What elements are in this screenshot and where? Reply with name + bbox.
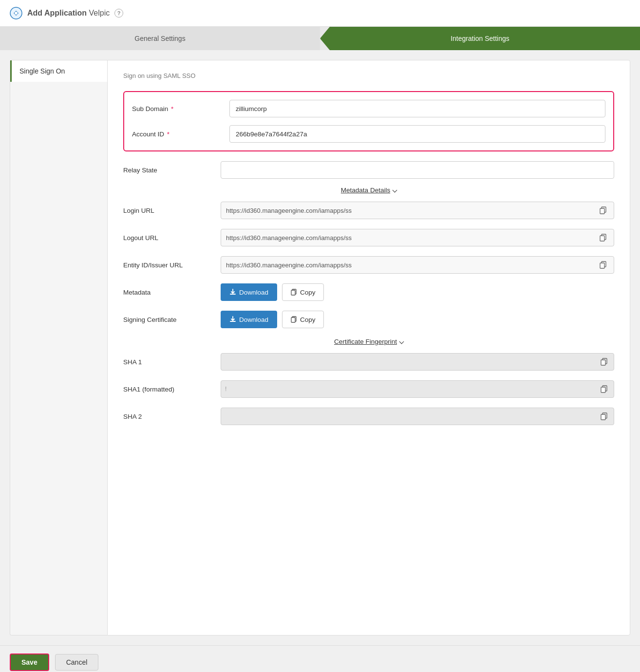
svg-rect-15	[601, 387, 605, 392]
signing-cert-label: Signing Certificate	[123, 316, 221, 323]
app-header: Add Application Velpic ?	[0, 0, 640, 27]
metadata-copy-button[interactable]: Copy	[282, 283, 324, 301]
signing-cert-copy-button[interactable]: Copy	[282, 311, 324, 328]
sha1-formatted-row: SHA1 (formatted) !	[123, 380, 614, 398]
logout-url-row: Logout URL	[123, 229, 614, 246]
relay-state-row: Relay State	[123, 161, 614, 179]
entity-id-input[interactable]	[226, 261, 597, 269]
copy-icon	[599, 206, 607, 214]
metadata-buttons-row: Metadata Download Copy	[123, 283, 614, 301]
app-logo	[10, 7, 22, 19]
chevron-down-icon	[399, 339, 404, 344]
chevron-down-icon	[393, 188, 397, 193]
logout-url-label: Logout URL	[123, 234, 221, 242]
step-integration-settings[interactable]: Integration Settings	[320, 27, 640, 50]
account-id-row: Account ID *	[132, 125, 605, 143]
main-content: Single Sign On Sign on using SAML SSO Su…	[0, 50, 640, 645]
form-section-title: Sign on using SAML SSO	[123, 72, 614, 79]
login-url-row: Login URL	[123, 202, 614, 219]
relay-state-label: Relay State	[123, 167, 221, 174]
sha1-copy-button[interactable]	[598, 357, 610, 367]
signing-cert-row: Signing Certificate Download Copy	[123, 311, 614, 328]
outer-fields: Relay State	[123, 161, 614, 179]
copy-icon	[599, 234, 607, 242]
cert-fingerprint-row: Certificate Fingerprint	[123, 338, 614, 345]
cancel-button[interactable]: Cancel	[55, 654, 99, 671]
sha2-label: SHA 2	[123, 413, 221, 420]
entity-id-row: Entity ID/Issuer URL	[123, 256, 614, 274]
sha1-row: SHA 1	[123, 353, 614, 371]
sha1-formatted-label: SHA1 (formatted)	[123, 386, 221, 393]
entity-id-label: Entity ID/Issuer URL	[123, 261, 221, 269]
logout-url-copy-button[interactable]	[597, 233, 609, 243]
account-id-label: Account ID *	[132, 131, 229, 138]
metadata-buttons: Download Copy	[221, 283, 614, 301]
metadata-label: Metadata	[123, 289, 221, 296]
login-url-field	[221, 202, 614, 219]
entity-id-field	[221, 256, 614, 274]
sha2-row: SHA 2	[123, 408, 614, 425]
help-icon[interactable]: ?	[114, 9, 123, 18]
logout-url-input[interactable]	[226, 234, 597, 242]
download-icon	[229, 289, 236, 296]
copy-icon	[600, 358, 608, 366]
copy-icon	[290, 316, 297, 323]
svg-rect-11	[291, 317, 295, 322]
login-url-copy-button[interactable]	[597, 205, 609, 215]
sha1-formatted-value: !	[225, 386, 598, 392]
svg-rect-7	[600, 263, 604, 268]
copy-icon	[290, 289, 297, 296]
svg-rect-3	[600, 208, 604, 214]
signing-cert-download-button[interactable]: Download	[221, 311, 277, 328]
copy-icon	[599, 261, 607, 269]
sha2-copy-button[interactable]	[598, 411, 610, 421]
sha1-formatted-copy-button[interactable]	[598, 384, 610, 394]
form-panel: Sign on using SAML SSO Sub Domain * Acco…	[107, 60, 630, 635]
sha1-field	[221, 353, 614, 371]
metadata-details-row: Metadata Details	[123, 187, 614, 194]
download-icon	[229, 316, 236, 323]
svg-point-1	[15, 12, 18, 15]
svg-rect-13	[601, 360, 605, 365]
login-url-label: Login URL	[123, 207, 221, 214]
sub-domain-required: *	[171, 105, 173, 112]
svg-rect-5	[600, 236, 604, 241]
sha2-field	[221, 408, 614, 425]
account-id-required: *	[167, 131, 169, 138]
wizard-steps: General Settings Integration Settings	[0, 27, 640, 50]
copy-icon	[600, 412, 608, 420]
signing-cert-buttons: Download Copy	[221, 311, 614, 328]
highlighted-section: Sub Domain * Account ID *	[123, 91, 614, 151]
relay-state-input[interactable]	[221, 161, 614, 179]
sub-domain-label: Sub Domain *	[132, 105, 229, 112]
login-url-input[interactable]	[226, 207, 597, 214]
sha1-label: SHA 1	[123, 358, 221, 366]
account-id-input[interactable]	[229, 125, 605, 143]
cert-fingerprint-toggle[interactable]: Certificate Fingerprint	[334, 338, 403, 345]
svg-rect-17	[601, 414, 605, 420]
footer-bar: Save Cancel	[0, 645, 640, 672]
sidebar-item-sso[interactable]: Single Sign On	[10, 60, 107, 82]
entity-id-copy-button[interactable]	[597, 260, 609, 270]
logout-url-field	[221, 229, 614, 246]
page-title: Add Application Velpic	[27, 9, 110, 18]
sub-domain-row: Sub Domain *	[132, 100, 605, 117]
sub-domain-input[interactable]	[229, 100, 605, 117]
copy-icon	[600, 385, 608, 393]
save-button[interactable]: Save	[10, 653, 49, 671]
sidebar: Single Sign On	[10, 60, 107, 635]
step-general-settings[interactable]: General Settings	[0, 27, 320, 50]
highlighted-fields: Sub Domain * Account ID *	[132, 100, 605, 143]
sha1-formatted-field: !	[221, 380, 614, 398]
svg-rect-9	[291, 290, 295, 295]
metadata-details-toggle[interactable]: Metadata Details	[341, 187, 396, 194]
metadata-download-button[interactable]: Download	[221, 283, 277, 301]
